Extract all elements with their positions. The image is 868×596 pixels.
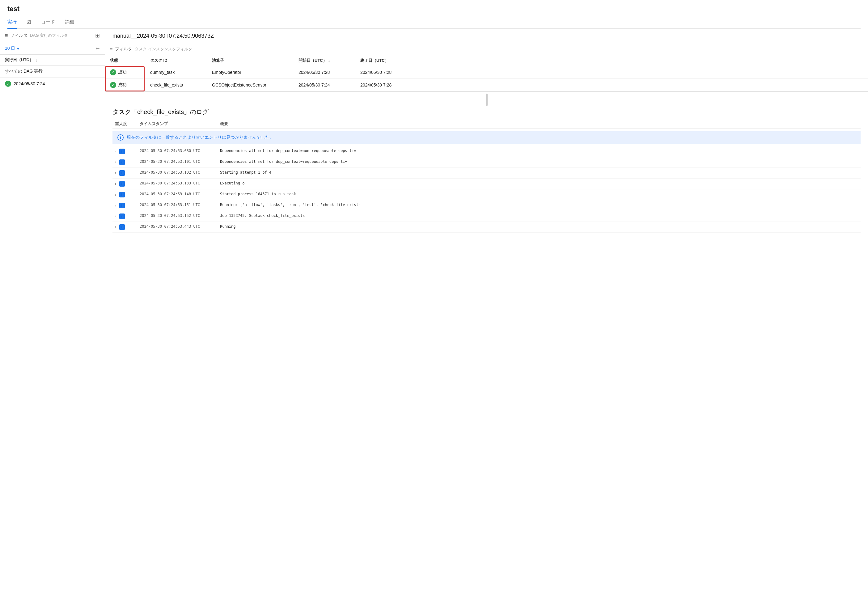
log-expand-1[interactable]: › i (112, 159, 137, 165)
right-filter-icon: ≡ (110, 47, 112, 52)
success-icon-2: ✓ (110, 82, 116, 88)
log-level-badge-6: i (119, 214, 125, 219)
log-message-6: Job 1353745: Subtask check_file_exists (217, 214, 861, 218)
log-row-1[interactable]: › i 2024-05-30 07:24:53.101 UTC Dependen… (112, 157, 861, 168)
tab-code[interactable]: コード (41, 17, 55, 29)
log-row-5[interactable]: › i 2024-05-30 07:24:53.151 UTC Running:… (112, 200, 861, 211)
start-date-cell-2: 2024/05/30 7:24 (294, 80, 355, 90)
tab-run[interactable]: 実行 (7, 17, 17, 29)
dag-run-id: manual__2024-05-30T07:24:50.906373Z (105, 29, 868, 43)
page-title: test (7, 5, 861, 13)
log-col-severity: 重大度 (112, 121, 137, 127)
col-status: 状態 (105, 55, 145, 66)
log-timestamp-2: 2024-05-30 07:24:53.102 UTC (137, 170, 217, 174)
log-timestamp-5: 2024-05-30 07:24:53.151 UTC (137, 203, 217, 207)
log-level-badge-5: i (119, 203, 125, 208)
log-timestamp-7: 2024-05-30 07:24:53.443 UTC (137, 224, 217, 229)
status-cell-1: ✓ 成功 (105, 66, 145, 78)
log-expand-2[interactable]: › i (112, 170, 137, 176)
log-timestamp-0: 2024-05-30 07:24:53.080 UTC (137, 149, 217, 153)
date-label: 10 日 (5, 46, 15, 51)
run-all-row[interactable]: すべての DAG 実行 (0, 65, 105, 78)
right-filter-placeholder: タスク インスタンスをフィルタ (135, 46, 192, 52)
log-level-badge-4: i (119, 192, 125, 198)
sort-icon[interactable]: ↓ (35, 58, 37, 62)
log-col-timestamp: タイムスタンプ (137, 121, 217, 127)
log-no-entry-banner: i 現在のフィルタに一致するこれより古いエントリは見つかりませんでした。 (112, 131, 861, 144)
tab-graph[interactable]: 図 (27, 17, 31, 29)
end-date-cell-1: 2024/05/30 7:28 (355, 67, 417, 78)
run-item[interactable]: ✓ 2024/05/30 7:24 (0, 78, 105, 90)
log-row-2[interactable]: › i 2024-05-30 07:24:53.102 UTC Starting… (112, 168, 861, 179)
log-message-4: Started process 164571 to run task (217, 192, 861, 196)
expand-icon-1[interactable]: › (115, 160, 116, 164)
expand-icon-4[interactable]: › (115, 192, 116, 197)
status-cell-2: ✓ 成功 (105, 79, 145, 91)
log-level-badge-3: i (119, 181, 125, 187)
end-date-cell-2: 2024/05/30 7:28 (355, 80, 417, 90)
tab-details[interactable]: 詳細 (65, 17, 74, 29)
info-icon: i (117, 134, 124, 140)
main-area: ≡ フィルタ DAG 実行のフィルタ ⊞ 10 日 ▾ ⊢ 実行日（UTC） (0, 29, 868, 596)
log-expand-7[interactable]: › i (112, 224, 137, 230)
date-selector[interactable]: 10 日 ▾ (5, 46, 19, 51)
tasks-table-header: 状態 タスク ID 演算子 開始日（UTC） ↓ 終了日（UTC） (105, 55, 868, 66)
tasks-rows-container: ✓ 成功 dummy_task EmptyOperator 2024/05/30… (105, 66, 868, 91)
log-row-0[interactable]: › i 2024-05-30 07:24:53.080 UTC Dependen… (112, 146, 861, 157)
date-row: 10 日 ▾ ⊢ (0, 42, 105, 55)
log-section: タスク「check_file_exists」のログ 重大度 タイムスタンプ 概要… (105, 108, 868, 596)
right-filter-bar: ≡ フィルタ タスク インスタンスをフィルタ (105, 43, 868, 55)
log-row-4[interactable]: › i 2024-05-30 07:24:53.148 UTC Started … (112, 189, 861, 200)
run-id-text: manual__2024-05-30T07:24:50.906373Z (112, 33, 214, 39)
app-container: test 実行 図 コード 詳細 ≡ フィルタ DAG 実行のフィルタ ⊞ (0, 0, 868, 596)
log-expand-4[interactable]: › i (112, 192, 137, 198)
log-message-3: Executing o (217, 181, 861, 185)
left-panel: ≡ フィルタ DAG 実行のフィルタ ⊞ 10 日 ▾ ⊢ 実行日（UTC） (0, 29, 105, 596)
log-expand-6[interactable]: › i (112, 214, 137, 219)
col-operator: 演算子 (207, 55, 294, 66)
log-table-header: 重大度 タイムスタンプ 概要 (112, 121, 861, 129)
chevron-down-icon: ▾ (17, 46, 19, 51)
col-end-date: 終了日（UTC） (355, 55, 417, 66)
log-message-5: Running: ['airflow', 'tasks', 'run', 'te… (217, 203, 861, 207)
log-message-0: Dependencies all met for dep_context=non… (217, 149, 861, 153)
dag-filter-placeholder: DAG 実行のフィルタ (30, 33, 68, 38)
log-expand-0[interactable]: › i (112, 149, 137, 154)
log-level-badge-0: i (119, 149, 125, 154)
run-status-icon: ✓ (5, 81, 11, 87)
log-col-summary: 概要 (217, 121, 861, 127)
expand-icon-6[interactable]: › (115, 214, 116, 218)
log-row-6[interactable]: › i 2024-05-30 07:24:53.152 UTC Job 1353… (112, 211, 861, 222)
expand-icon-3[interactable]: › (115, 181, 116, 186)
collapse-icon[interactable]: ⊢ (96, 46, 100, 51)
right-panel: manual__2024-05-30T07:24:50.906373Z ≡ フィ… (105, 29, 868, 596)
log-expand-5[interactable]: › i (112, 203, 137, 208)
grid-icon[interactable]: ⊞ (95, 32, 100, 39)
start-date-cell-1: 2024/05/30 7:28 (294, 67, 355, 78)
log-rows: › i 2024-05-30 07:24:53.080 UTC Dependen… (112, 146, 861, 233)
log-level-badge-2: i (119, 170, 125, 176)
filter-icon: ≡ (5, 33, 8, 38)
status-label-1: 成功 (118, 69, 127, 75)
no-entry-message: 現在のフィルタに一致するこれより古いエントリは見つかりませんでした。 (127, 135, 274, 140)
log-expand-3[interactable]: › i (112, 181, 137, 187)
log-message-2: Starting attempt 1 of 4 (217, 170, 861, 174)
expand-icon-7[interactable]: › (115, 225, 116, 229)
operator-cell-2: GCSObjectExistenceSensor (207, 80, 294, 90)
task-row-2[interactable]: ✓ 成功 check_file_exists GCSObjectExistenc… (105, 79, 868, 91)
sort-icon-start[interactable]: ↓ (328, 58, 330, 63)
expand-icon-5[interactable]: › (115, 203, 116, 208)
log-row-3[interactable]: › i 2024-05-30 07:24:53.133 UTC Executin… (112, 179, 861, 189)
expand-icon-0[interactable]: › (115, 149, 116, 153)
task-row-1[interactable]: ✓ 成功 dummy_task EmptyOperator 2024/05/30… (105, 66, 868, 79)
log-row-7[interactable]: › i 2024-05-30 07:24:53.443 UTC Running (112, 222, 861, 233)
run-date: 2024/05/30 7:24 (13, 81, 45, 86)
expand-icon-2[interactable]: › (115, 171, 116, 175)
divider-handle[interactable] (486, 94, 488, 106)
log-level-badge-7: i (119, 224, 125, 230)
tab-bar: 実行 図 コード 詳細 (7, 17, 861, 29)
log-timestamp-1: 2024-05-30 07:24:53.101 UTC (137, 159, 217, 164)
left-filter-group: ≡ フィルタ DAG 実行のフィルタ (5, 33, 68, 38)
col-header-label: 実行日（UTC） (5, 57, 33, 63)
log-message-7: Running (217, 224, 861, 229)
